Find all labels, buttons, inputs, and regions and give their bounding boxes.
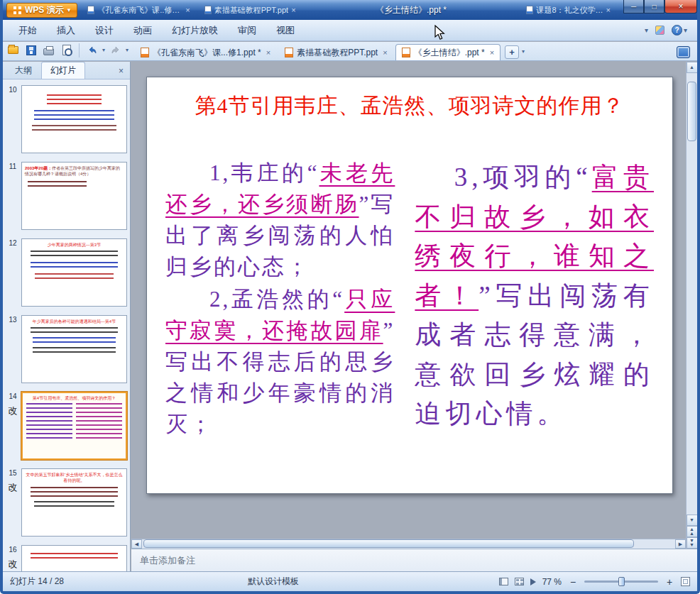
normal-view-button[interactable]	[499, 578, 508, 585]
scroll-down-button[interactable]: ▼	[687, 515, 698, 526]
vertical-scrollbar[interactable]: ▲ ▼ ▲▲ ▼▼	[686, 62, 697, 549]
wps-app-button[interactable]: WPS 演示 ▾	[6, 3, 77, 18]
close-icon[interactable]: ×	[185, 6, 190, 14]
statusbar-right: 77 % − +	[499, 577, 690, 587]
text-lines-decor	[34, 110, 115, 121]
menu-view[interactable]: 视图	[266, 21, 305, 40]
menu-home[interactable]: 开始	[9, 21, 47, 40]
chevron-down-icon[interactable]: ▾	[645, 26, 648, 34]
close-icon[interactable]: ×	[291, 6, 295, 14]
skin-theme-icon[interactable]	[655, 26, 665, 35]
menu-animation[interactable]: 动画	[124, 21, 162, 40]
zoom-slider-thumb[interactable]	[618, 577, 625, 586]
thumbnail-row: 12 少年离家的两种情况—第3节	[4, 238, 127, 307]
zoom-in-button[interactable]: +	[665, 577, 674, 587]
text-lines-decor	[47, 94, 102, 107]
document-icon	[87, 6, 94, 14]
next-slide-button[interactable]: ▼▼	[687, 537, 698, 549]
close-icon[interactable]: ×	[490, 48, 494, 57]
thumbnail-gutter: 10	[4, 85, 21, 153]
scroll-right-button[interactable]: ▶	[675, 539, 686, 549]
titlebar-tab-label: 课题8：礼之仪学…	[536, 5, 603, 16]
titlebar-tab-3[interactable]: 课题8：礼之仪学… ×	[522, 3, 615, 17]
titlebar-tab-1[interactable]: 《孔雀东南飞》课..修1） ×	[83, 3, 194, 17]
zoom-percentage: 77 %	[542, 577, 562, 587]
slide-thumbnail-13[interactable]: 年少离家后的各种可能的遭遇和结局—第4节	[21, 315, 127, 383]
doc-tab-kongque[interactable]: 《孔雀东南飞》课...修1.ppt * ×	[134, 44, 277, 60]
vertical-scroll-thumb[interactable]	[687, 82, 696, 141]
toolbar-divider	[79, 43, 80, 57]
minimize-button[interactable]: ─	[623, 0, 644, 13]
undo-button[interactable]	[84, 43, 99, 57]
close-icon[interactable]: ×	[266, 48, 270, 57]
slide-thumbnail-10[interactable]	[21, 85, 127, 153]
chevron-down-icon[interactable]: ▾	[522, 48, 525, 55]
design-template-label[interactable]: 默认设计模板	[248, 576, 299, 588]
chevron-down-icon[interactable]: ▾	[102, 47, 105, 53]
document-tabs: 《孔雀东南飞》课...修1.ppt * × 素描基础教程PPT.ppt × 《乡…	[134, 42, 525, 60]
titlebar-tab-2[interactable]: 素描基础教程PPT.ppt ×	[200, 3, 300, 17]
wps-presentation-window: WPS 演示 ▾ 《孔雀东南飞》课..修1） × 素描基础教程PPT.ppt ×…	[0, 0, 700, 594]
chevron-down-icon[interactable]: ▾	[126, 47, 128, 53]
zoom-out-button[interactable]: −	[568, 577, 578, 587]
app-button-label: WPS 演示	[25, 4, 64, 16]
menu-review[interactable]: 审阅	[228, 21, 266, 40]
print-button[interactable]	[41, 43, 56, 57]
redo-button[interactable]	[108, 43, 123, 57]
slide-thumbnail-12[interactable]: 少年离家的两种情况—第3节	[21, 238, 127, 307]
slide-14[interactable]: 第4节引用韦庄、孟浩然、项羽诗文的作用？ 1,韦庄的“未老先还乡，还乡须断肠”写…	[146, 77, 673, 494]
menu-slideshow[interactable]: 幻灯片放映	[162, 21, 228, 40]
window-layout-icon[interactable]	[677, 46, 690, 58]
slide-thumbnail-16[interactable]	[21, 545, 127, 571]
chevron-down-icon: ▾	[684, 26, 687, 34]
slide-thumbnail-15[interactable]: 文中的第五节好象和“乡土情结”关系不大，你是怎么看待的呢。	[21, 468, 127, 537]
fit-to-window-icon[interactable]	[681, 577, 690, 586]
paragraph-xiangyu: 3,项羽的“富贵不归故乡，如衣绣夜行，谁知之者！”写出闯荡有成者志得意满，意欲回…	[415, 158, 654, 434]
text-lines-decor	[31, 327, 117, 334]
text-lines-decor	[31, 262, 117, 270]
titlebar: WPS 演示 ▾ 《孔雀东南飞》课..修1） × 素描基础教程PPT.ppt ×…	[3, 0, 697, 20]
text-lines-decor	[76, 403, 122, 441]
slide-sorter-view-button[interactable]	[515, 578, 524, 585]
tab-outline[interactable]: 大纲	[6, 62, 41, 79]
save-button[interactable]	[23, 43, 38, 57]
slide-text-right-column[interactable]: 3,项羽的“富贵不归故乡，如衣绣夜行，谁知之者！”写出闯荡有成者志得意满，意欲回…	[415, 158, 654, 440]
close-panel-icon[interactable]: ×	[115, 66, 127, 79]
previous-slide-button[interactable]: ▲▲	[687, 526, 698, 537]
horizontal-scroll-thumb[interactable]	[143, 539, 634, 548]
doc-tab-sumiao[interactable]: 素描基础教程PPT.ppt ×	[278, 44, 393, 60]
scroll-up-button[interactable]: ▲	[687, 62, 698, 73]
horizontal-scroll-track[interactable]	[142, 539, 675, 549]
new-document-tab-button[interactable]: +	[505, 45, 519, 59]
scroll-left-button[interactable]: ◀	[131, 539, 142, 549]
help-button[interactable]: ? ▾	[672, 25, 687, 35]
slide-text-left-column[interactable]: 1,韦庄的“未老先还乡，还乡须断肠”写出了离乡闯荡的人怕归乡的心态； 2,孟浩然…	[165, 158, 395, 440]
horizontal-scrollbar[interactable]: ◀ ▶	[131, 539, 686, 549]
text-lines-decor	[31, 487, 117, 498]
document-icon	[204, 6, 212, 14]
menu-design[interactable]: 设计	[85, 21, 124, 40]
slide-title[interactable]: 第4节引用韦庄、孟浩然、项羽诗文的作用？	[163, 92, 657, 121]
close-icon[interactable]: ×	[606, 6, 611, 14]
open-folder-button[interactable]	[6, 43, 21, 57]
slide-number: 13	[9, 316, 16, 324]
menu-insert[interactable]: 插入	[47, 21, 85, 40]
slideshow-play-button[interactable]	[530, 578, 536, 585]
tab-slides[interactable]: 幻灯片	[41, 62, 85, 79]
maximize-button[interactable]: □	[644, 0, 665, 13]
slide-canvas[interactable]: 第4节引用韦庄、孟浩然、项羽诗文的作用？ 1,韦庄的“未老先还乡，还乡须断肠”写…	[131, 62, 686, 539]
print-preview-button[interactable]	[59, 43, 74, 57]
text-lines-decor	[33, 347, 116, 354]
save-icon	[26, 45, 36, 55]
slide-thumbnail-11[interactable]: 2003年20题：作者在第三段中所描写的少年离家的情况有哪几种？请概括说明（4分…	[21, 162, 127, 230]
zoom-slider[interactable]	[584, 581, 658, 583]
vertical-scroll-track[interactable]	[687, 73, 698, 515]
doc-tab-xiangtu-active[interactable]: 《乡土情结》.ppt * ×	[395, 44, 501, 60]
text-lines-decor	[28, 181, 87, 188]
close-icon[interactable]: ×	[383, 48, 387, 57]
notes-pane[interactable]: 单击添加备注	[131, 549, 697, 571]
thumbnail-row: 14 改 第4节引用韦庄、孟浩然、项羽诗文的作用？	[4, 392, 127, 460]
slide-number: 14	[9, 392, 16, 400]
close-button[interactable]: ×	[665, 0, 697, 13]
slide-thumbnail-14-selected[interactable]: 第4节引用韦庄、孟浩然、项羽诗文的作用？	[21, 392, 127, 460]
